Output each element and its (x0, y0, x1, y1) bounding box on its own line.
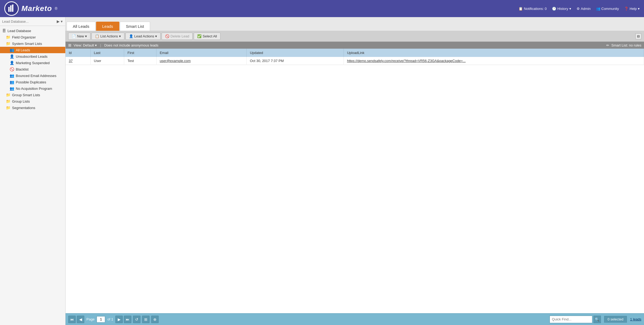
export-button[interactable]: ⊕ (151, 316, 159, 323)
list-actions-button[interactable]: 📋 List Actions ▾ (92, 33, 124, 40)
sidebar-search-input[interactable] (2, 20, 56, 24)
sidebar-item-label-unsubscribed-leads: Unsubscribed Leads (16, 55, 48, 59)
id-cell[interactable]: 37 (66, 57, 90, 65)
table-header-row: IdLastFirstEmailUpdatedUploadLink (66, 49, 644, 57)
smart-list-pencil-icon: ✏ (606, 43, 609, 47)
first-page-button[interactable]: ⏮ (68, 316, 76, 323)
community-nav[interactable]: 👥 Community (596, 7, 619, 11)
svg-rect-0 (8, 9, 10, 12)
column-header-email[interactable]: Email (156, 49, 246, 57)
select-all-button[interactable]: ✅ Select All (194, 33, 220, 40)
community-icon: 👥 (596, 7, 600, 11)
tab-all-leads[interactable]: All Leads (67, 22, 96, 31)
toolbar: 📄 New ▾ 📋 List Actions ▾ 👤 Lead Actions … (66, 31, 644, 42)
column-header-uploadlink[interactable]: UploadLink (344, 49, 644, 57)
table-container: IdLastFirstEmailUpdatedUploadLink 37User… (66, 49, 644, 313)
bottom-bar: ⏮ ◀ Page of 1 ▶ ⏭ ↺ ⊞ ⊕ 🔍 0 selected 1 l… (66, 313, 644, 325)
view-grid-icon: ⊞ (68, 43, 71, 47)
sidebar-item-icon-group-lists: 📁 (6, 99, 10, 103)
last-cell: User (90, 57, 124, 65)
history-icon: 🕐 (552, 7, 556, 11)
sidebar-item-label-group-lists: Group Lists (12, 99, 30, 103)
column-header-first[interactable]: First (124, 49, 156, 57)
lead-actions-chevron-icon: ▾ (155, 34, 157, 38)
sidebar-item-unsubscribed-leads[interactable]: 👤Unsubscribed Leads (0, 53, 65, 60)
delete-lead-button[interactable]: 🚫 Delete Lead (162, 33, 193, 40)
quick-find-input[interactable] (550, 316, 592, 323)
selected-count-badge: 0 selected (604, 316, 627, 323)
help-nav[interactable]: ❓ Help ▾ (624, 7, 640, 11)
view-default-button[interactable]: View: Default ▾ (74, 43, 97, 47)
sidebar-item-label-lead-database: Lead Database (7, 29, 31, 33)
column-header-last[interactable]: Last (90, 49, 124, 57)
refresh-button[interactable]: ↺ (133, 316, 140, 323)
sidebar-search-chevron-icon[interactable]: ▾ (60, 19, 63, 24)
sidebar-item-marketing-suspended[interactable]: 👤Marketing Suspended (0, 60, 65, 66)
sidebar-item-blacklist[interactable]: 🚫Blacklist (0, 66, 65, 72)
lead-actions-icon: 👤 (129, 34, 133, 38)
history-nav[interactable]: 🕐 History ▾ (552, 7, 571, 11)
sidebar-item-no-acquisition[interactable]: 👥No Acquisition Program (0, 85, 65, 92)
sidebar-item-field-organizer[interactable]: 📁Field Organizer (0, 34, 65, 40)
sidebar-item-label-blacklist: Blacklist (16, 67, 29, 71)
notifications-nav[interactable]: 📋 Notifications: 0 (519, 7, 547, 11)
logo-text: Marketo (21, 4, 52, 13)
last-page-button[interactable]: ⏭ (124, 316, 131, 323)
sidebar-item-system-smart-lists[interactable]: 📁System Smart Lists (0, 40, 65, 47)
view-chevron-icon: ▾ (95, 43, 97, 47)
sidebar-item-label-no-acquisition: No Acquisition Program (16, 87, 52, 91)
collapse-button[interactable]: ⊟ (635, 33, 641, 39)
updated-cell: Oct 30, 2017 7:37 PM (247, 57, 344, 65)
sidebar-search-area: ▶ ▾ (0, 17, 65, 26)
sidebar-search-arrow-icon[interactable]: ▶ (56, 19, 60, 24)
upload-link-cell[interactable]: https://demo.sendsafely.com/receive/?thr… (344, 57, 644, 65)
admin-icon: ⚙ (577, 7, 580, 11)
sidebar-item-label-bounced-email: Bounced Email Addresses (16, 74, 56, 78)
sidebar-item-possible-duplicates[interactable]: 👥Possible Duplicates (0, 79, 65, 85)
help-chevron-icon: ▾ (638, 7, 640, 11)
lead-actions-button[interactable]: 👤 Lead Actions ▾ (125, 33, 161, 40)
sidebar-item-label-all-leads: All Leads (16, 48, 30, 52)
page-label: Page (86, 317, 94, 321)
admin-nav[interactable]: ⚙ Admin (577, 7, 591, 11)
new-button[interactable]: 📄 New ▾ (68, 33, 90, 40)
grid-view-button[interactable]: ⊞ (142, 316, 150, 323)
sidebar: ▶ ▾ 🗄Lead Database📁Field Organizer📁Syste… (0, 17, 66, 325)
column-header-id[interactable]: Id (66, 49, 90, 57)
sidebar-item-lead-database[interactable]: 🗄Lead Database (0, 28, 65, 34)
column-header-updated[interactable]: Updated (247, 49, 344, 57)
sidebar-item-icon-blacklist: 🚫 (10, 67, 14, 71)
table-body: 37UserTestuser@example.comOct 30, 2017 7… (66, 57, 644, 65)
leads-count-link[interactable]: 1 leads (630, 317, 641, 321)
page-of-label: of 1 (107, 317, 113, 321)
help-icon: ❓ (624, 7, 628, 11)
header-nav: 📋 Notifications: 0 🕐 History ▾ ⚙ Admin 👥… (519, 7, 640, 11)
tab-smart-list[interactable]: Smart List (120, 22, 150, 31)
sidebar-item-label-system-smart-lists: System Smart Lists (12, 42, 42, 46)
sidebar-item-icon-group-smart-lists: 📁 (6, 93, 10, 97)
logo-area: Marketo ® (4, 1, 58, 16)
sidebar-item-group-smart-lists[interactable]: 📁Group Smart Lists (0, 92, 65, 98)
page-number-input[interactable] (97, 316, 105, 323)
next-page-button[interactable]: ▶ (115, 316, 123, 323)
sidebar-item-group-lists[interactable]: 📁Group Lists (0, 98, 65, 105)
first-cell: Test (124, 57, 156, 65)
svg-point-3 (8, 7, 10, 9)
view-bar: ⊞ View: Default ▾ | Does not include ano… (66, 42, 644, 49)
sidebar-item-all-leads[interactable]: 👥All Leads (0, 47, 65, 53)
content-area: All LeadsLeadsSmart List 📄 New ▾ 📋 List … (66, 17, 644, 325)
sidebar-item-bounced-email[interactable]: 👥Bounced Email Addresses (0, 72, 65, 79)
notification-icon: 📋 (519, 7, 523, 11)
sidebar-item-icon-possible-duplicates: 👥 (10, 80, 14, 84)
registered-mark: ® (55, 6, 57, 11)
tab-leads[interactable]: Leads (96, 22, 119, 31)
main-layout: ▶ ▾ 🗄Lead Database📁Field Organizer📁Syste… (0, 17, 644, 325)
sidebar-item-label-segmentations: Segmentations (12, 106, 35, 110)
sidebar-item-label-group-smart-lists: Group Smart Lists (12, 93, 40, 97)
sidebar-tree: 🗄Lead Database📁Field Organizer📁System Sm… (0, 26, 65, 113)
prev-page-button[interactable]: ◀ (77, 316, 84, 323)
email-cell[interactable]: user@example.com (156, 57, 246, 65)
select-all-icon: ✅ (197, 34, 201, 38)
quick-find-search-button[interactable]: 🔍 (593, 316, 601, 323)
sidebar-item-segmentations[interactable]: 📁Segmentations (0, 105, 65, 111)
